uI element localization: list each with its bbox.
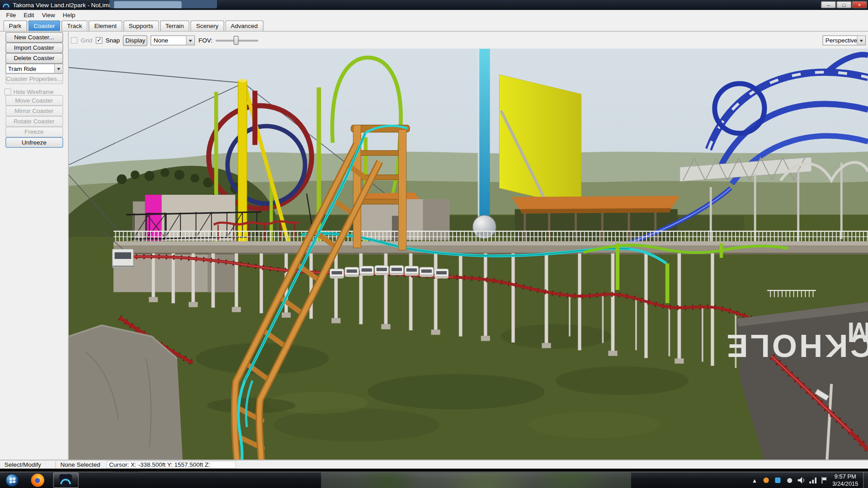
app-icon[interactable] (2, 1, 10, 9)
hide-wireframe-label: Hide Wireframe (13, 89, 53, 95)
fov-slider-thumb[interactable] (233, 36, 238, 45)
status-mode: Select/Modify (0, 461, 55, 468)
nolimits-taskbar-button[interactable] (53, 473, 79, 488)
mirror-coaster-button[interactable]: Mirror Coaster (5, 106, 63, 116)
tab-coaster[interactable]: Coaster (28, 20, 61, 31)
fov-label: FOV: (198, 37, 212, 44)
snap-checkbox[interactable] (96, 37, 103, 44)
mode-tab-bar: Park Coaster Track Element Supports Terr… (0, 19, 868, 32)
windows-taskbar: ▲ 9:57 PM 3/24/2015 (0, 471, 868, 488)
tab-supports[interactable]: Supports (123, 20, 159, 31)
grid-checkbox[interactable] (71, 37, 78, 44)
firefox-taskbar-icon[interactable] (31, 474, 44, 487)
projection-select[interactable]: Perspective (823, 35, 866, 45)
yellow-wall (499, 75, 581, 207)
unfreeze-button[interactable]: Unfreeze (5, 137, 63, 148)
delete-coaster-button[interactable]: Delete Coaster (5, 53, 63, 64)
chevron-down-icon (186, 36, 194, 45)
tab-scenery[interactable]: Scenery (191, 20, 224, 31)
screen: Takoma View Land.nl2park - NoLimits 2 – … (0, 0, 868, 488)
grid-label: Grid (81, 37, 92, 44)
wall-text-blackhole: ACKHOLE (724, 328, 868, 364)
nolimits-app-icon (59, 474, 72, 487)
coaster-select[interactable]: Tram Ride (5, 64, 63, 74)
tray-app-icon-blue[interactable] (774, 476, 782, 484)
wall-text-partial: M (847, 317, 868, 349)
system-tray: ▲ (750, 472, 828, 488)
display-button[interactable]: Display (123, 35, 147, 46)
coaster-panel: New Coaster... Import Coaster Delete Coa… (0, 32, 69, 460)
menu-bar: File Edit View Help (0, 10, 868, 19)
tray-app-icon-white[interactable] (786, 476, 793, 484)
import-coaster-button[interactable]: Import Coaster (5, 42, 63, 53)
chevron-down-icon (54, 64, 62, 73)
background-window-fragment[interactable] (109, 0, 217, 8)
coaster-properties-button[interactable]: Coaster Properties... (5, 74, 63, 84)
freeze-button[interactable]: Freeze (5, 127, 63, 137)
show-desktop-button[interactable] (863, 472, 868, 488)
projection-value: Perspective (823, 37, 857, 44)
windows-logo-icon (9, 477, 15, 483)
rotate-coaster-button[interactable]: Rotate Coaster (5, 116, 63, 127)
tab-element[interactable]: Element (89, 20, 122, 31)
viewport-3d[interactable]: ACKHOLE M (69, 49, 868, 460)
menu-item-edit[interactable]: Edit (20, 10, 38, 19)
tab-terrain[interactable]: Terrain (160, 20, 189, 31)
tray-expand-icon[interactable]: ▲ (750, 476, 758, 484)
display-mode-value: None (151, 37, 186, 44)
chevron-down-icon (857, 36, 865, 45)
tray-app-icon-orange[interactable] (762, 476, 770, 484)
taskbar-clock[interactable]: 9:57 PM 3/24/2015 (829, 473, 861, 488)
coaster-select-value: Tram Ride (6, 65, 54, 72)
network-icon[interactable] (809, 476, 816, 484)
maximize-button[interactable]: □ (836, 1, 851, 8)
status-selection: None Selected (55, 461, 105, 468)
taskbar-glass-reflection (321, 473, 631, 488)
background-window-tab[interactable] (114, 1, 181, 8)
close-button[interactable]: × (852, 1, 867, 8)
status-bar: Select/Modify None Selected Cursor: X: -… (0, 460, 868, 469)
new-coaster-button[interactable]: New Coaster... (5, 32, 63, 42)
move-coaster-button[interactable]: Move Coaster (5, 95, 63, 106)
viewport-toolbar: Grid Snap Display None FOV: Perspective (69, 32, 868, 49)
snap-label: Snap (106, 37, 120, 44)
clock-time: 9:57 PM (829, 473, 861, 480)
window-titlebar: Takoma View Land.nl2park - NoLimits 2 – … (0, 0, 868, 10)
status-cursor-coords: Cursor: X: -338.500ft Y: 1557.500ft Z: -… (106, 460, 236, 468)
minimize-button[interactable]: – (821, 1, 836, 8)
volume-icon[interactable] (797, 476, 805, 484)
hide-wireframe-checkbox[interactable] (5, 89, 11, 95)
start-button[interactable] (5, 474, 19, 487)
tab-advanced[interactable]: Advanced (225, 20, 263, 31)
menu-item-help[interactable]: Help (59, 10, 79, 19)
hide-wireframe-row: Hide Wireframe (5, 89, 68, 95)
display-mode-select[interactable]: None (151, 35, 195, 45)
tab-track[interactable]: Track (61, 20, 88, 31)
clock-date: 3/24/2015 (829, 480, 861, 488)
action-center-flag-icon[interactable] (821, 476, 828, 484)
menu-item-view[interactable]: View (38, 10, 59, 19)
tab-park[interactable]: Park (3, 20, 27, 31)
window-controls: – □ × (821, 1, 867, 8)
fov-slider[interactable] (216, 35, 258, 45)
window-title: Takoma View Land.nl2park - NoLimits 2 (13, 0, 120, 10)
menu-item-file[interactable]: File (2, 10, 20, 19)
